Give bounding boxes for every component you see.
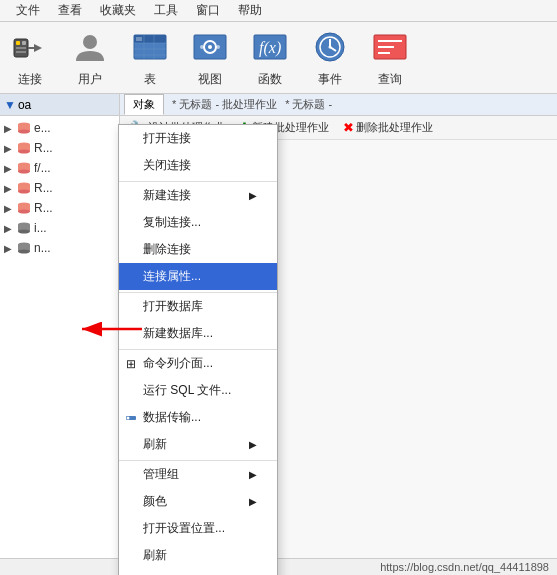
- svg-point-46: [18, 210, 30, 214]
- svg-rect-15: [136, 37, 142, 41]
- menu-file[interactable]: 文件: [8, 0, 48, 21]
- menu-window[interactable]: 窗口: [188, 0, 228, 21]
- context-menu: 打开连接 关闭连接 新建连接 ▶ 复制连接... 删除连接 连接属性... 打开…: [118, 124, 278, 575]
- toolbar-user[interactable]: 用户: [68, 27, 112, 88]
- ctx-color[interactable]: 颜色 ▶: [119, 488, 277, 515]
- submenu-arrow2: ▶: [249, 439, 257, 450]
- event-icon: [310, 27, 350, 67]
- main-area: ▼ oa ▶ e... ▶: [0, 94, 557, 575]
- svg-point-27: [329, 46, 332, 49]
- menu-favorites[interactable]: 收藏夹: [92, 0, 144, 21]
- delete-job-btn[interactable]: ✖ 删除批处理作业: [337, 118, 439, 137]
- ctx-new-db[interactable]: 新建数据库...: [119, 320, 277, 347]
- submenu-arrow: ▶: [249, 190, 257, 201]
- toolbar-query-label: 查询: [378, 71, 402, 88]
- tab-objects[interactable]: 对象: [124, 94, 164, 115]
- tab-title2: * 无标题 -: [285, 97, 332, 112]
- ctx-close-connection[interactable]: 关闭连接: [119, 152, 277, 179]
- ctx-refresh1[interactable]: 刷新 ▶: [119, 431, 277, 458]
- menu-view[interactable]: 查看: [50, 0, 90, 21]
- toolbar-table[interactable]: 表: [128, 27, 172, 88]
- toolbar-view-label: 视图: [198, 71, 222, 88]
- ctx-open-db[interactable]: 打开数据库: [119, 292, 277, 320]
- tree-arrow: ▶: [4, 223, 16, 234]
- svg-point-20: [216, 45, 220, 49]
- bottom-url: https://blog.csdn.net/qq_44411898: [380, 561, 549, 573]
- db-cylinder-icon: [16, 120, 32, 136]
- toolbar-event-label: 事件: [318, 71, 342, 88]
- tree-label-r2: R...: [34, 181, 53, 195]
- svg-point-49: [18, 230, 30, 234]
- svg-point-7: [83, 35, 97, 49]
- toolbar-user-label: 用户: [78, 71, 102, 88]
- tree-item-e[interactable]: ▶ e...: [0, 118, 119, 138]
- menu-help[interactable]: 帮助: [230, 0, 270, 21]
- ctx-connection-properties[interactable]: 连接属性...: [119, 263, 277, 290]
- db-cylinder-icon4: [16, 180, 32, 196]
- ctx-data-transfer[interactable]: 数据传输...: [119, 404, 277, 431]
- toolbar-connect-label: 连接: [18, 71, 42, 88]
- db-cylinder-icon7: [16, 240, 32, 256]
- svg-rect-3: [16, 47, 26, 49]
- svg-text:f(x): f(x): [259, 39, 281, 57]
- toolbar-query[interactable]: 查询: [368, 27, 412, 88]
- svg-rect-4: [16, 51, 26, 53]
- ctx-refresh2[interactable]: 刷新: [119, 542, 277, 569]
- tree-item-n[interactable]: ▶ n...: [0, 238, 119, 258]
- tab-title1: * 无标题 - 批处理作业: [172, 97, 277, 112]
- tree-item-r1[interactable]: ▶ R...: [0, 138, 119, 158]
- db-cylinder-icon2: [16, 140, 32, 156]
- tree-item-r3[interactable]: ▶ R...: [0, 198, 119, 218]
- tree-item-f[interactable]: ▶ f/...: [0, 158, 119, 178]
- ctx-open-connection[interactable]: 打开连接: [119, 125, 277, 152]
- tree-label-e: e...: [34, 121, 51, 135]
- tree-arrow: ▶: [4, 163, 16, 174]
- ctx-copy-connection[interactable]: 复制连接...: [119, 209, 277, 236]
- db-cylinder-icon5: [16, 200, 32, 216]
- db-cylinder-icon3: [16, 160, 32, 176]
- toolbar-view[interactable]: 视图: [188, 27, 232, 88]
- menu-tools[interactable]: 工具: [146, 0, 186, 21]
- db-cylinder-icon6: [16, 220, 32, 236]
- ctx-delete-connection[interactable]: 删除连接: [119, 236, 277, 263]
- svg-rect-1: [16, 41, 20, 45]
- tree-label-i: i...: [34, 221, 47, 235]
- tree-arrow: ▶: [4, 143, 16, 154]
- toolbar-event[interactable]: 事件: [308, 27, 352, 88]
- bottom-bar: https://blog.csdn.net/qq_44411898: [0, 558, 557, 575]
- sidebar-tree: ▶ e... ▶: [0, 116, 119, 260]
- tree-label-f: f/...: [34, 161, 51, 175]
- ctx-run-sql[interactable]: 运行 SQL 文件...: [119, 377, 277, 404]
- toolbar-table-label: 表: [144, 71, 156, 88]
- sidebar-connection-name: oa: [18, 98, 31, 112]
- svg-point-40: [18, 170, 30, 174]
- svg-point-37: [18, 150, 30, 154]
- tree-label-r3: R...: [34, 201, 53, 215]
- tree-item-r2[interactable]: ▶ R...: [0, 178, 119, 198]
- tree-arrow: ▶: [4, 183, 16, 194]
- transfer-icon: [123, 412, 139, 424]
- tree-arrow: ▶: [4, 203, 16, 214]
- terminal-icon: ⊞: [123, 357, 139, 371]
- toolbar-function[interactable]: f(x) 函数: [248, 27, 292, 88]
- submenu-arrow4: ▶: [249, 496, 257, 507]
- tree-item-i[interactable]: ▶ i...: [0, 218, 119, 238]
- delete-icon: ✖: [343, 120, 354, 135]
- connect-icon: [10, 27, 50, 67]
- svg-point-43: [18, 190, 30, 194]
- table-icon: [130, 27, 170, 67]
- menubar: 文件 查看 收藏夹 工具 窗口 帮助: [0, 0, 557, 22]
- toolbar-function-label: 函数: [258, 71, 282, 88]
- ctx-new-connection[interactable]: 新建连接 ▶: [119, 181, 277, 209]
- ctx-connection-info[interactable]: 连接信息...: [119, 569, 277, 575]
- toolbar: 连接 用户 表: [0, 22, 557, 94]
- ctx-manage-group[interactable]: 管理组 ▶: [119, 460, 277, 488]
- svg-point-52: [18, 250, 30, 254]
- sidebar: ▼ oa ▶ e... ▶: [0, 94, 120, 575]
- svg-point-19: [200, 45, 204, 49]
- ctx-open-settings[interactable]: 打开设置位置...: [119, 515, 277, 542]
- toolbar-connect[interactable]: 连接: [8, 27, 52, 88]
- svg-point-54: [127, 416, 130, 419]
- ctx-cmd-interface[interactable]: ⊞ 命令列介面...: [119, 349, 277, 377]
- tree-label-r1: R...: [34, 141, 53, 155]
